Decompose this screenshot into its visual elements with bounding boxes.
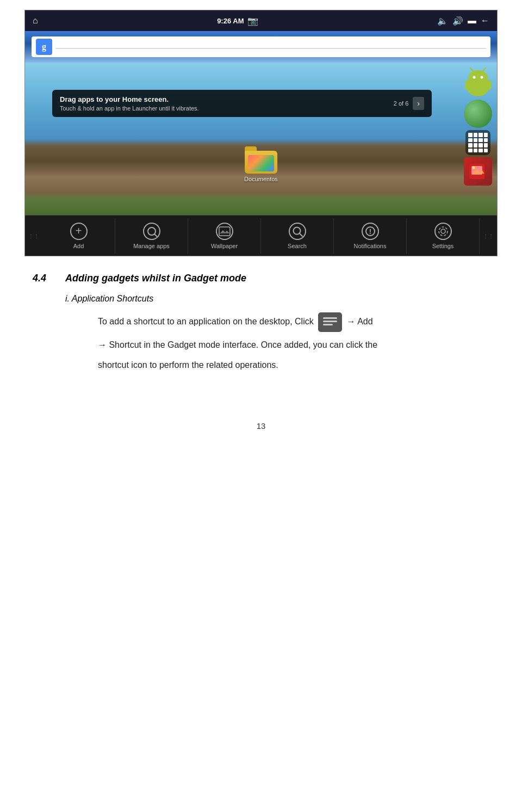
taskbar-add[interactable]: + Add	[42, 218, 115, 254]
add-icon: +	[70, 223, 88, 240]
sound-high-icon: 🔊	[452, 16, 463, 26]
manage-apps-icon	[143, 223, 160, 240]
svg-rect-29	[323, 324, 333, 325]
svg-text:!: !	[369, 227, 371, 236]
inline-icon-button	[318, 312, 342, 332]
home-icon[interactable]: ⌂	[33, 16, 38, 26]
svg-line-21	[300, 233, 302, 236]
globe-icon	[464, 100, 492, 128]
body-text-4: shortcut icon to perform the related ope…	[98, 360, 278, 370]
camera-icon: 📷	[247, 16, 258, 26]
red-book-icon	[464, 157, 492, 186]
device-screenshot: ⌂ 9:26 AM 📷 🔈 🔊 ▬ ← g Drag apps to your …	[24, 10, 498, 256]
instruction-box: Drag apps to your Home screen. Touch & h…	[52, 90, 432, 117]
svg-point-25	[439, 227, 448, 236]
settings-label: Settings	[432, 243, 454, 249]
page-counter: 2 of 6	[394, 100, 409, 107]
documentos-area: Documentos	[244, 146, 278, 182]
main-content: Drag apps to your Home screen. Touch & h…	[25, 63, 497, 215]
section-number: 4.4	[33, 273, 54, 284]
body-text-3: → Shortcut in the Gadget mode interface.…	[98, 340, 377, 349]
wallpaper-label: Wallpaper	[211, 243, 238, 249]
folder-icon	[245, 146, 277, 174]
back-icon[interactable]: ←	[481, 16, 489, 26]
section-title: Adding gadgets whilst in Gadget mode	[65, 273, 246, 284]
body-text-2: → Add	[347, 317, 373, 326]
grid-icon[interactable]	[465, 130, 490, 155]
svg-marker-19	[220, 230, 229, 233]
svg-rect-9	[473, 85, 476, 92]
instruction-line1: Drag apps to your Home screen.	[60, 95, 199, 103]
svg-point-3	[473, 76, 476, 79]
section-header: 4.4 Adding gadgets whilst in Gadget mode	[33, 273, 489, 284]
page-number: 13	[0, 421, 522, 447]
svg-rect-17	[219, 227, 230, 236]
svg-rect-28	[323, 321, 337, 322]
notifications-label: Notifications	[354, 243, 387, 249]
svg-line-6	[483, 68, 486, 71]
taskbar-settings[interactable]: Settings	[407, 218, 480, 254]
svg-rect-10	[480, 85, 483, 92]
next-arrow-button[interactable]: ›	[413, 97, 424, 110]
google-icon: g	[36, 39, 52, 55]
android-icon	[462, 66, 494, 97]
instruction-line2: Touch & hold an app in the Launcher unti…	[60, 105, 199, 112]
search-bar-area: g	[25, 31, 497, 63]
taskbar-wallpaper[interactable]: Wallpaper	[188, 218, 261, 254]
status-time: 9:26 AM	[217, 17, 244, 25]
manage-apps-label: Manage apps	[133, 243, 170, 249]
sound-low-icon: 🔈	[437, 16, 448, 26]
svg-rect-8	[487, 80, 491, 90]
sub-item-label: i. Application Shortcuts	[65, 294, 489, 304]
taskbar-search[interactable]: Search	[261, 218, 334, 254]
right-sidebar	[459, 63, 497, 215]
taskbar-notifications[interactable]: ! Notifications	[334, 218, 407, 254]
svg-line-5	[470, 68, 473, 71]
sub-item: i. Application Shortcuts To add a shortc…	[65, 294, 489, 372]
svg-point-24	[441, 229, 445, 233]
svg-point-2	[468, 70, 488, 85]
svg-point-4	[481, 76, 483, 79]
battery-icon: ▬	[468, 16, 476, 26]
svg-point-14	[473, 167, 475, 169]
body-paragraph: To add a shortcut to an application on t…	[98, 312, 489, 332]
settings-icon	[434, 223, 452, 240]
right-dots: ⋮⋮	[480, 233, 497, 239]
add-label: Add	[73, 243, 84, 249]
wallpaper-icon	[216, 223, 233, 240]
taskbar-manage-apps[interactable]: Manage apps	[115, 218, 188, 254]
body-text-1: To add a shortcut to an application on t…	[98, 317, 314, 326]
status-bar: ⌂ 9:26 AM 📷 🔈 🔊 ▬ ←	[25, 10, 497, 31]
left-dots: ⋮⋮	[25, 233, 42, 239]
body-paragraph-2: → Shortcut in the Gadget mode interface.…	[98, 337, 489, 352]
svg-line-16	[154, 234, 157, 236]
search-icon	[289, 223, 306, 240]
doc-content: 4.4 Adding gadgets whilst in Gadget mode…	[0, 256, 522, 399]
search-label: Search	[288, 243, 307, 249]
documentos-label: Documentos	[244, 176, 278, 182]
svg-rect-27	[323, 317, 337, 319]
notifications-icon: !	[362, 223, 379, 240]
taskbar: ⋮⋮ + Add Manage apps	[25, 215, 497, 256]
body-paragraph-3: shortcut icon to perform the related ope…	[98, 358, 489, 372]
svg-rect-7	[465, 80, 469, 90]
google-search-box[interactable]: g	[32, 36, 490, 57]
